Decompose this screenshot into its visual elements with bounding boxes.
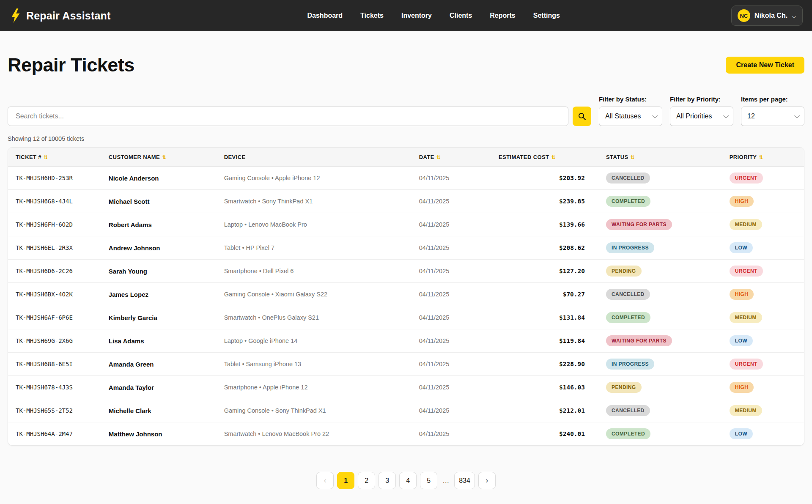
ticket-row[interactable]: TK-MHJSH6G8-4J4L Michael Scott Smartwatc… (8, 190, 804, 213)
pagination-ellipsis: … (441, 477, 451, 485)
priority-badge: LOW (730, 428, 753, 439)
device: Laptop • Google iPhone 14 (219, 329, 414, 353)
pagination-page-4[interactable]: 4 (399, 472, 417, 489)
col-header-date[interactable]: DATE⇅ (414, 148, 494, 167)
customer-name: Lisa Adams (104, 329, 219, 353)
date: 04/11/2025 (414, 213, 494, 236)
top-navbar: Repair Assistant Dashboard Tickets Inven… (0, 0, 812, 31)
tickets-table-body: TK-MHJSH6HD-253R Nicole Anderson Gaming … (8, 167, 804, 446)
priority-badge: HIGH (730, 382, 754, 393)
ticket-row[interactable]: TK-MHJSH6D6-2C26 Sarah Young Smartphone … (8, 260, 804, 283)
priority-badge: LOW (730, 242, 753, 253)
chevron-down-icon: ⌄ (790, 13, 798, 19)
nav-dashboard[interactable]: Dashboard (307, 8, 344, 23)
customer-name: Sarah Young (104, 260, 219, 283)
pagination-page-3[interactable]: 3 (379, 472, 396, 489)
pagination-pages: 12345…834 (337, 472, 475, 489)
ticket-id: TK-MHJSH65S-2T52 (8, 399, 104, 422)
date: 04/11/2025 (414, 190, 494, 213)
status-badge: PENDING (606, 266, 641, 277)
ticket-row[interactable]: TK-MHJSH6BX-4O2K James Lopez Gaming Cons… (8, 283, 804, 306)
priority-badge: URGENT (730, 359, 763, 370)
device: Smartphone • Dell Pixel 6 (219, 260, 414, 283)
brand: Repair Assistant (9, 8, 111, 23)
main-content: Repair Tickets Create New Ticket Filter … (0, 54, 812, 504)
device: Tablet • Samsung iPhone 13 (219, 353, 414, 376)
pagination: ‹ 12345…834 › (8, 472, 804, 504)
date: 04/11/2025 (414, 422, 494, 446)
nav-tickets[interactable]: Tickets (359, 8, 384, 23)
tickets-table-card: TICKET #⇅ CUSTOMER NAME⇅ DEVICE⇅ DATE⇅ E… (8, 147, 804, 446)
per-page-label: Items per page: (741, 96, 804, 103)
search-input[interactable] (8, 107, 568, 126)
priority-badge: HIGH (730, 289, 754, 300)
col-header-device: DEVICE⇅ (219, 148, 414, 167)
pagination-page-2[interactable]: 2 (358, 472, 375, 489)
date: 04/11/2025 (414, 329, 494, 353)
estimated-cost: $131.84 (494, 306, 601, 329)
customer-name: James Lopez (104, 283, 219, 306)
nav-settings[interactable]: Settings (532, 8, 561, 23)
date: 04/11/2025 (414, 399, 494, 422)
col-header-customer[interactable]: CUSTOMER NAME⇅ (104, 148, 219, 167)
ticket-row[interactable]: TK-MHJSH65S-2T52 Michelle Clark Gaming C… (8, 399, 804, 422)
results-summary: Showing 12 of 10005 tickets (8, 135, 804, 142)
ticket-row[interactable]: TK-MHJSH69G-2X6G Lisa Adams Laptop • Goo… (8, 329, 804, 353)
ticket-row[interactable]: TK-MHJSH6AF-6P6E Kimberly Garcia Smartwa… (8, 306, 804, 329)
ticket-row[interactable]: TK-MHJSH6FH-6O2D Robert Adams Laptop • L… (8, 213, 804, 236)
ticket-id: TK-MHJSH6BX-4O2K (8, 283, 104, 306)
per-page-select[interactable]: 12 (741, 107, 804, 126)
sort-icon: ⇅ (551, 154, 555, 160)
status-badge: CANCELLED (606, 173, 650, 184)
priority-badge: MEDIUM (730, 219, 762, 230)
pagination-page-834[interactable]: 834 (454, 472, 475, 489)
col-header-priority[interactable]: PRIORITY⇅ (724, 148, 804, 167)
priority-filter-select[interactable]: All Priorities (670, 107, 733, 126)
pagination-prev-button[interactable]: ‹ (316, 472, 334, 489)
lightning-bolt-icon (9, 8, 22, 23)
estimated-cost: $208.62 (494, 236, 601, 260)
sort-icon: ⇅ (631, 154, 635, 160)
device: Gaming Console • Xiaomi Galaxy S22 (219, 283, 414, 306)
status-filter-label: Filter by Status: (599, 96, 662, 103)
ticket-id: TK-MHJSH688-6E5I (8, 353, 104, 376)
user-menu[interactable]: NC Nikola Ch. ⌄ (731, 5, 803, 26)
date: 04/11/2025 (414, 306, 494, 329)
search-button[interactable] (573, 107, 591, 126)
create-new-ticket-button[interactable]: Create New Ticket (726, 57, 804, 74)
priority-badge: LOW (730, 335, 753, 346)
pagination-next-button[interactable]: › (478, 472, 496, 489)
col-header-ticket[interactable]: TICKET #⇅ (8, 148, 104, 167)
ticket-row[interactable]: TK-MHJSH6HD-253R Nicole Anderson Gaming … (8, 167, 804, 190)
device: Tablet • HP Pixel 7 (219, 236, 414, 260)
page-title: Repair Tickets (8, 54, 134, 76)
per-page-value: 12 (747, 112, 755, 120)
status-badge: PENDING (606, 382, 641, 393)
status-badge: CANCELLED (606, 405, 650, 416)
priority-badge: URGENT (730, 266, 763, 277)
pagination-page-5[interactable]: 5 (420, 472, 437, 489)
ticket-id: TK-MHJSH6EL-2R3X (8, 236, 104, 260)
device: Smartwatch • OnePlus Galaxy S21 (219, 306, 414, 329)
ticket-row[interactable]: TK-MHJSH6EL-2R3X Andrew Johnson Tablet •… (8, 236, 804, 260)
estimated-cost: $212.01 (494, 399, 601, 422)
nav-reports[interactable]: Reports (489, 8, 516, 23)
ticket-row[interactable]: TK-MHJSH64A-2M47 Matthew Johnson Smartwa… (8, 422, 804, 446)
status-filter-select[interactable]: All Statuses (599, 107, 662, 126)
col-header-cost[interactable]: ESTIMATED COST⇅ (494, 148, 601, 167)
main-nav: Dashboard Tickets Inventory Clients Repo… (136, 8, 731, 23)
customer-name: Michelle Clark (104, 399, 219, 422)
date: 04/11/2025 (414, 260, 494, 283)
search-icon (578, 112, 586, 121)
ticket-row[interactable]: TK-MHJSH678-4J3S Amanda Taylor Smartphon… (8, 376, 804, 399)
ticket-row[interactable]: TK-MHJSH688-6E5I Amanda Green Tablet • S… (8, 353, 804, 376)
nav-clients[interactable]: Clients (449, 8, 473, 23)
customer-name: Michael Scott (104, 190, 219, 213)
date: 04/11/2025 (414, 353, 494, 376)
col-header-status[interactable]: STATUS⇅ (601, 148, 724, 167)
status-badge: WAITING FOR PARTS (606, 219, 672, 230)
nav-inventory[interactable]: Inventory (401, 8, 433, 23)
ticket-id: TK-MHJSH6G8-4J4L (8, 190, 104, 213)
date: 04/11/2025 (414, 167, 494, 190)
pagination-page-1[interactable]: 1 (337, 472, 354, 489)
